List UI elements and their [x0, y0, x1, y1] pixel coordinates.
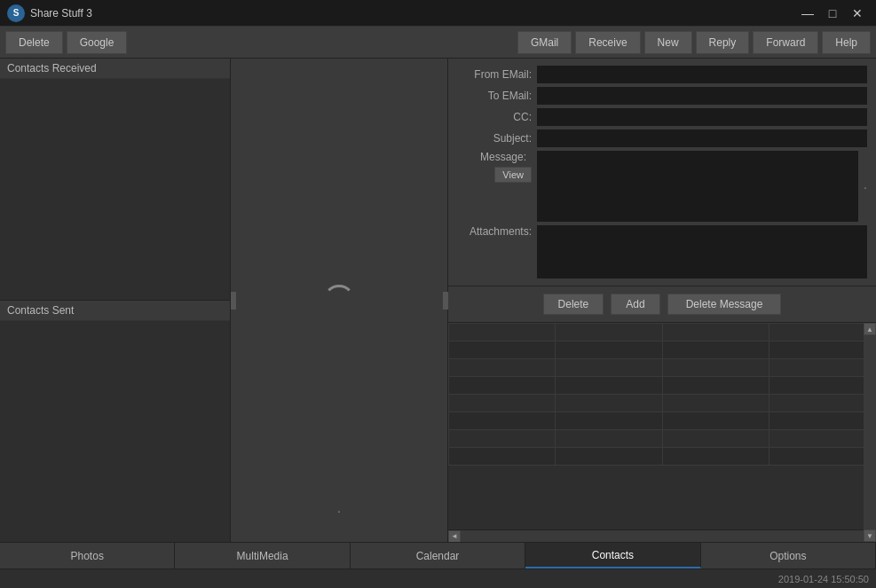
message-textarea[interactable] — [537, 151, 858, 222]
window-controls: — □ ✕ — [796, 4, 869, 22]
table-cell — [662, 359, 769, 377]
action-buttons: Delete Add Delete Message — [448, 286, 876, 323]
right-resize-handle[interactable] — [443, 292, 448, 310]
cc-input[interactable] — [537, 108, 867, 126]
to-row: To EMail: — [457, 87, 867, 105]
delete-attachment-button[interactable]: Delete — [543, 294, 604, 315]
message-label: Message: — [480, 151, 532, 163]
table-row[interactable] — [449, 430, 876, 448]
google-button[interactable]: Google — [67, 31, 128, 54]
cc-row: CC: — [457, 108, 867, 126]
table-cell — [662, 448, 769, 466]
maximize-button[interactable]: □ — [821, 4, 844, 22]
scroll-up-arrow[interactable]: ▲ — [864, 323, 876, 335]
contacts-sent-list[interactable] — [0, 321, 230, 543]
table-cell — [449, 395, 556, 412]
contacts-sent-label: Contacts Sent — [0, 301, 230, 321]
delete-button[interactable]: Delete — [5, 31, 63, 54]
bottom-tabs: Photos MultiMedia Calendar Contacts Opti… — [0, 542, 876, 568]
tab-calendar[interactable]: Calendar — [351, 543, 525, 568]
reply-button[interactable]: Reply — [696, 31, 750, 54]
table-row[interactable] — [449, 412, 876, 430]
app-title: Share Stuff 3 — [30, 7, 92, 20]
table-cell — [556, 359, 662, 377]
status-bar: 2019-01-24 15:50:50 — [0, 568, 876, 588]
from-email-input[interactable] — [537, 66, 867, 83]
attachments-row: Attachments: — [457, 225, 867, 278]
left-panel: Contacts Received Contacts Sent — [0, 59, 231, 542]
toolbar: Delete Google GMail Receive New Reply Fo… — [0, 27, 876, 59]
view-button[interactable]: View — [494, 167, 532, 183]
attachments-label: Attachments: — [457, 225, 537, 238]
new-button[interactable]: New — [644, 31, 692, 54]
subject-input[interactable] — [537, 129, 867, 147]
table-cell — [769, 430, 875, 448]
table-cell — [449, 412, 556, 430]
from-label: From EMail: — [457, 68, 537, 81]
contacts-received-section: Contacts Received — [0, 59, 230, 301]
help-button[interactable]: Help — [822, 31, 871, 54]
h-scroll-track[interactable] — [461, 530, 864, 543]
title-bar-left: S Share Stuff 3 — [7, 4, 92, 22]
table-cell — [662, 412, 769, 430]
forward-button[interactable]: Forward — [753, 31, 818, 54]
delete-message-button[interactable]: Delete Message — [667, 294, 782, 315]
middle-dot: . — [337, 501, 341, 515]
table-cell — [662, 377, 769, 395]
from-row: From EMail: — [457, 66, 867, 83]
tab-contacts[interactable]: Contacts — [525, 543, 700, 568]
vertical-scrollbar[interactable]: ▲ ▼ — [864, 323, 876, 542]
tab-photos[interactable]: Photos — [0, 543, 175, 568]
left-resize-handle[interactable] — [231, 292, 236, 310]
gmail-button[interactable]: GMail — [517, 31, 572, 54]
minimize-button[interactable]: — — [796, 4, 819, 22]
table-row[interactable] — [449, 341, 876, 359]
table-cell — [662, 324, 769, 341]
table-cell — [769, 324, 875, 341]
table-row[interactable] — [449, 377, 876, 395]
table-row[interactable] — [449, 448, 876, 466]
app-icon: S — [7, 4, 25, 22]
table-cell — [769, 377, 875, 395]
scroll-left-arrow[interactable]: ◄ — [448, 530, 461, 543]
table-cell — [769, 412, 875, 430]
table-cell — [556, 324, 662, 341]
table-cell — [449, 430, 556, 448]
table-row[interactable] — [449, 359, 876, 377]
contacts-received-list[interactable] — [0, 79, 230, 300]
table-cell — [556, 448, 662, 466]
subject-row: Subject: — [457, 129, 867, 147]
tab-multimedia[interactable]: MultiMedia — [175, 543, 350, 568]
data-table — [448, 323, 876, 466]
scroll-down-arrow[interactable]: ▼ — [864, 529, 876, 542]
table-cell — [449, 377, 556, 395]
table-cell — [556, 395, 662, 412]
table-cell — [662, 341, 769, 359]
cc-label: CC: — [457, 111, 537, 123]
table-row[interactable] — [449, 395, 876, 412]
message-label-col: Message: View — [457, 151, 537, 183]
middle-panel: . — [231, 59, 448, 542]
table-cell — [769, 395, 875, 412]
tab-options[interactable]: Options — [701, 543, 876, 568]
close-button[interactable]: ✕ — [846, 4, 869, 22]
table-cell — [449, 359, 556, 377]
add-attachment-button[interactable]: Add — [611, 294, 659, 315]
table-cell — [769, 359, 875, 377]
table-cell — [556, 412, 662, 430]
receive-button[interactable]: Receive — [575, 31, 640, 54]
table-cell — [662, 395, 769, 412]
table-wrapper[interactable] — [448, 323, 876, 529]
scroll-track[interactable] — [864, 335, 876, 529]
table-row[interactable] — [449, 324, 876, 341]
subject-label: Subject: — [457, 132, 537, 145]
table-cell — [769, 341, 875, 359]
contacts-received-label: Contacts Received — [0, 59, 230, 79]
attachments-box[interactable] — [537, 225, 867, 278]
horizontal-scrollbar[interactable]: ◄ ► — [448, 529, 876, 542]
message-dot: . — [858, 177, 867, 192]
to-email-input[interactable] — [537, 87, 867, 105]
message-area: Message: View . — [457, 151, 867, 222]
table-cell — [556, 377, 662, 395]
table-cell — [662, 430, 769, 448]
